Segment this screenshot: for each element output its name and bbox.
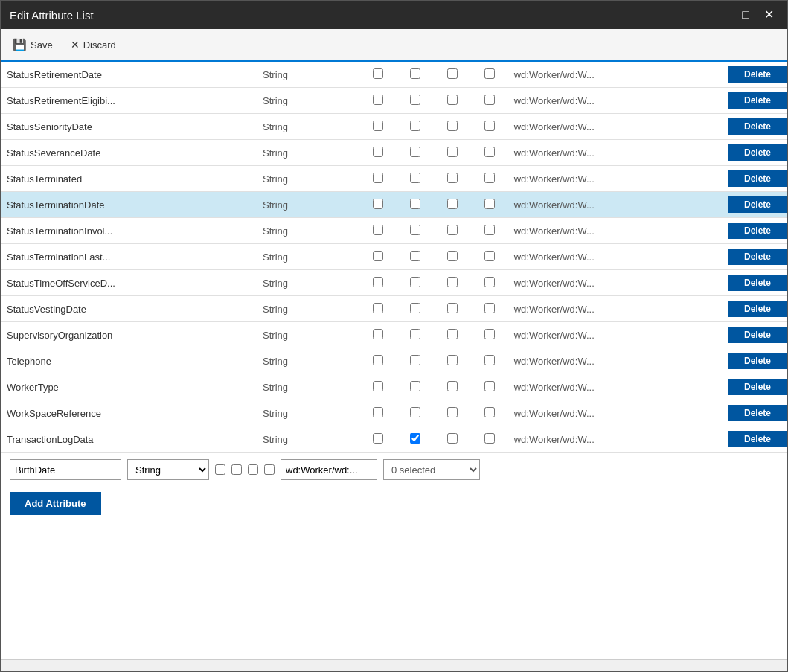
chk3-3[interactable] xyxy=(447,147,458,157)
chk3-1[interactable] xyxy=(447,95,458,105)
chk2-5[interactable] xyxy=(410,199,420,209)
chk1-10[interactable] xyxy=(373,329,383,339)
chk1-12[interactable] xyxy=(373,381,383,391)
new-attribute-type-select[interactable]: String Integer Boolean Date Float xyxy=(127,459,209,480)
attr-chk2-cell[interactable] xyxy=(397,88,434,114)
attr-chk4-cell[interactable] xyxy=(471,88,508,114)
chk4-10[interactable] xyxy=(484,329,495,339)
chk4-3[interactable] xyxy=(484,147,495,157)
chk3-14[interactable] xyxy=(447,433,458,444)
chk1-2[interactable] xyxy=(373,121,383,131)
delete-button-5[interactable]: Delete xyxy=(728,196,787,213)
new-attribute-path-input[interactable] xyxy=(281,459,377,480)
chk3-4[interactable] xyxy=(447,173,458,183)
chk1-13[interactable] xyxy=(373,407,383,417)
attr-chk1-cell[interactable] xyxy=(359,322,397,348)
chk4-6[interactable] xyxy=(484,225,495,235)
attr-chk4-cell[interactable] xyxy=(471,348,508,374)
close-button[interactable]: ✕ xyxy=(760,7,778,22)
delete-button-2[interactable]: Delete xyxy=(728,118,787,135)
chk1-8[interactable] xyxy=(373,277,383,287)
chk1-5[interactable] xyxy=(373,199,383,209)
attr-chk4-cell[interactable] xyxy=(471,62,508,88)
attr-chk4-cell[interactable] xyxy=(471,218,508,244)
attr-chk1-cell[interactable] xyxy=(359,374,397,400)
chk2-8[interactable] xyxy=(410,277,420,287)
chk1-0[interactable] xyxy=(373,68,383,79)
chk1-11[interactable] xyxy=(373,355,383,365)
chk3-2[interactable] xyxy=(447,121,458,131)
chk2-7[interactable] xyxy=(410,251,420,261)
chk3-8[interactable] xyxy=(447,277,458,287)
attr-chk3-cell[interactable] xyxy=(434,400,471,426)
attr-chk4-cell[interactable] xyxy=(471,114,508,140)
chk4-2[interactable] xyxy=(484,121,495,131)
attr-chk2-cell[interactable] xyxy=(397,322,434,348)
attr-chk3-cell[interactable] xyxy=(434,244,471,270)
chk1-7[interactable] xyxy=(373,251,383,261)
new-chk3[interactable] xyxy=(248,464,258,475)
attr-chk2-cell[interactable] xyxy=(397,348,434,374)
attr-chk3-cell[interactable] xyxy=(434,114,471,140)
maximize-button[interactable]: □ xyxy=(737,7,754,22)
new-chk2[interactable] xyxy=(231,464,242,475)
delete-button-11[interactable]: Delete xyxy=(728,353,787,369)
attr-chk3-cell[interactable] xyxy=(434,166,471,192)
chk2-14[interactable] xyxy=(410,433,420,444)
attr-chk4-cell[interactable] xyxy=(471,244,508,270)
delete-button-4[interactable]: Delete xyxy=(728,170,787,187)
chk2-0[interactable] xyxy=(410,68,420,79)
chk1-14[interactable] xyxy=(373,433,383,444)
chk3-7[interactable] xyxy=(447,251,458,261)
attr-chk4-cell[interactable] xyxy=(471,400,508,426)
attr-chk3-cell[interactable] xyxy=(434,296,471,322)
chk4-11[interactable] xyxy=(484,355,495,365)
delete-button-6[interactable]: Delete xyxy=(728,223,787,239)
attr-chk3-cell[interactable] xyxy=(434,348,471,374)
attr-chk1-cell[interactable] xyxy=(359,88,397,114)
delete-button-3[interactable]: Delete xyxy=(728,144,787,161)
attr-chk2-cell[interactable] xyxy=(397,426,434,452)
delete-button-10[interactable]: Delete xyxy=(728,327,787,343)
attr-chk3-cell[interactable] xyxy=(434,192,471,218)
attr-chk1-cell[interactable] xyxy=(359,62,397,88)
attr-chk4-cell[interactable] xyxy=(471,166,508,192)
delete-button-0[interactable]: Delete xyxy=(728,66,787,83)
attr-chk4-cell[interactable] xyxy=(471,296,508,322)
chk4-4[interactable] xyxy=(484,173,495,183)
new-chk1[interactable] xyxy=(215,464,225,475)
attr-chk1-cell[interactable] xyxy=(359,244,397,270)
attr-chk2-cell[interactable] xyxy=(397,374,434,400)
chk4-13[interactable] xyxy=(484,407,495,417)
chk3-11[interactable] xyxy=(447,355,458,365)
chk2-9[interactable] xyxy=(410,303,420,313)
delete-button-1[interactable]: Delete xyxy=(728,92,787,109)
attr-chk3-cell[interactable] xyxy=(434,140,471,166)
delete-button-9[interactable]: Delete xyxy=(728,301,787,317)
save-button[interactable]: 💾 Save xyxy=(10,36,56,53)
chk3-9[interactable] xyxy=(447,303,458,313)
chk2-10[interactable] xyxy=(410,329,420,339)
attr-chk1-cell[interactable] xyxy=(359,270,397,296)
attr-chk2-cell[interactable] xyxy=(397,400,434,426)
chk4-0[interactable] xyxy=(484,68,495,79)
chk4-8[interactable] xyxy=(484,277,495,287)
attr-chk1-cell[interactable] xyxy=(359,218,397,244)
delete-button-7[interactable]: Delete xyxy=(728,249,787,265)
attr-chk2-cell[interactable] xyxy=(397,166,434,192)
attr-chk4-cell[interactable] xyxy=(471,140,508,166)
attr-chk1-cell[interactable] xyxy=(359,400,397,426)
attr-chk1-cell[interactable] xyxy=(359,140,397,166)
attr-chk1-cell[interactable] xyxy=(359,166,397,192)
delete-button-13[interactable]: Delete xyxy=(728,405,787,421)
chk4-1[interactable] xyxy=(484,95,495,105)
chk1-6[interactable] xyxy=(373,225,383,235)
chk3-13[interactable] xyxy=(447,407,458,417)
attr-chk4-cell[interactable] xyxy=(471,192,508,218)
attr-chk1-cell[interactable] xyxy=(359,192,397,218)
chk2-6[interactable] xyxy=(410,225,420,235)
chk2-13[interactable] xyxy=(410,407,420,417)
attr-chk3-cell[interactable] xyxy=(434,374,471,400)
attr-chk2-cell[interactable] xyxy=(397,192,434,218)
chk4-5[interactable] xyxy=(484,199,495,209)
